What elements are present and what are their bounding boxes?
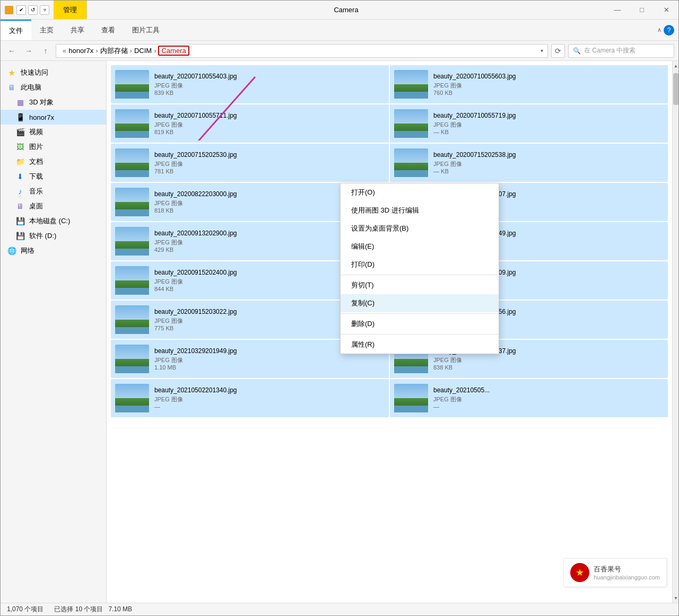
file-thumb-8 (115, 227, 149, 256)
file-thumb-4 (115, 148, 149, 177)
sidebar-item-documents[interactable]: 📁 文档 (1, 154, 106, 169)
network-icon: 🌐 (7, 246, 16, 256)
file-item-16[interactable]: beauty_20210502201340.jpg JPEG 图像 — (111, 379, 389, 417)
file-thumb-0 (115, 70, 149, 99)
file-info-0: beauty_20200710055403.jpg JPEG 图像 839 KB (154, 73, 385, 96)
sidebar-item-3d[interactable]: ▦ 3D 对象 (1, 95, 106, 110)
disk-d-icon: 💾 (15, 231, 25, 241)
addressbar: ← → ↑ « honor7x › 内部存储 › DCIM › Camera ▾… (1, 41, 678, 61)
file-name-5: beauty_20200715202538.jpg (433, 151, 664, 160)
sidebar-item-video[interactable]: 🎬 视频 (1, 125, 106, 139)
sidebar-item-downloads[interactable]: ⬇ 下载 (1, 169, 106, 184)
ribbon: 文件 主页 共享 查看 图片工具 ∧ ? (1, 20, 678, 41)
close-button[interactable]: ✕ (654, 1, 678, 20)
file-item-4[interactable]: beauty_20200715202530.jpg JPEG 图像 781 KB (111, 144, 389, 182)
manage-tab[interactable]: 管理 (54, 1, 87, 19)
sidebar-item-this-pc[interactable]: 🖥 此电脑 (1, 80, 106, 95)
file-item-17[interactable]: beauty_20210505... JPEG 图像 — (390, 379, 668, 417)
qs-save-btn[interactable]: ✔ (16, 5, 26, 15)
download-icon: ⬇ (15, 172, 25, 181)
file-type-16: JPEG 图像 (154, 395, 385, 403)
ctx-edit-3d[interactable]: 使用画图 3D 进行编辑 (341, 201, 499, 219)
ribbon-expand-icon[interactable]: ∧ (657, 27, 661, 33)
ctx-print[interactable]: 打印(D) (341, 256, 499, 274)
help-icon[interactable]: ? (664, 25, 674, 36)
file-name-16: beauty_20210502201340.jpg (154, 386, 385, 395)
music-icon: ♪ (15, 187, 25, 196)
main-content: ★ 快速访问 🖥 此电脑 ▦ 3D 对象 📱 honor7x 🎬 视频 🖼 (1, 61, 678, 603)
sidebar-item-pictures[interactable]: 🖼 图片 (1, 139, 106, 154)
file-item-1[interactable]: beauty_20200710055603.jpg JPEG 图像 760 KB (390, 65, 668, 103)
ctx-edit[interactable]: 编辑(E) (341, 237, 499, 256)
scroll-down-arrow[interactable]: ▼ (673, 593, 678, 603)
back-button[interactable]: ← (5, 44, 19, 58)
file-type-2: JPEG 图像 (154, 121, 385, 129)
file-item-5[interactable]: beauty_20200715202538.jpg JPEG 图像 — KB (390, 144, 668, 182)
file-size-2: 819 KB (154, 129, 385, 135)
file-item-0[interactable]: beauty_20200710055403.jpg JPEG 图像 839 KB (111, 65, 389, 103)
refresh-button[interactable]: ⟳ (551, 44, 565, 58)
watermark-info: 百香果号 huangjinbaixiangguo.com (594, 565, 660, 580)
file-thumb-1 (394, 70, 428, 99)
file-info-4: beauty_20200715202530.jpg JPEG 图像 781 KB (154, 151, 385, 175)
sidebar-item-software-d[interactable]: 💾 软件 (D:) (1, 228, 106, 243)
sidebar-label-this-pc: 此电脑 (21, 83, 41, 92)
scroll-track[interactable] (673, 71, 678, 593)
file-info-17: beauty_20210505... JPEG 图像 — (433, 386, 664, 410)
tab-home[interactable]: 主页 (31, 20, 62, 40)
sidebar-item-local-c[interactable]: 💾 本地磁盘 (C:) (1, 214, 106, 228)
picture-tools-tab[interactable]: 图片工具 (124, 25, 168, 35)
ctx-cut[interactable]: 剪切(T) (341, 276, 499, 294)
ctx-open[interactable]: 打开(O) (341, 183, 499, 201)
scroll-thumb[interactable] (673, 73, 678, 105)
sidebar-label-software-d: 软件 (D:) (29, 231, 56, 241)
sidebar-label-documents: 文档 (29, 157, 43, 166)
address-path[interactable]: « honor7x › 内部存储 › DCIM › Camera ▾ (56, 44, 548, 58)
ctx-copy[interactable]: 复制(C) (341, 294, 499, 312)
tab-share[interactable]: 共享 (62, 20, 93, 40)
path-dcim[interactable]: DCIM (134, 47, 152, 55)
file-item-2[interactable]: beauty_20200710055711.jpg JPEG 图像 819 KB (111, 104, 389, 143)
phone-icon: 📱 (15, 112, 25, 122)
context-menu: 打开(O) 使用画图 3D 进行编辑 设置为桌面背景(B) 编辑(E) 打印(D… (340, 183, 499, 354)
sidebar-label-downloads: 下载 (29, 172, 43, 181)
file-type-14: JPEG 图像 (154, 356, 385, 364)
file-thumb-17 (394, 384, 428, 412)
sidebar-item-honor7x[interactable]: 📱 honor7x (1, 110, 106, 125)
minimize-button[interactable]: — (605, 1, 630, 20)
ctx-sep-3 (341, 334, 499, 335)
qs-undo-btn[interactable]: ↺ (28, 5, 38, 15)
qs-redo-btn[interactable]: ▿ (40, 5, 49, 15)
file-info-16: beauty_20210502201340.jpg JPEG 图像 — (154, 386, 385, 410)
ctx-delete[interactable]: 删除(D) (341, 315, 499, 333)
sidebar-item-music[interactable]: ♪ 音乐 (1, 184, 106, 199)
path-dropdown-icon[interactable]: ▾ (541, 48, 543, 54)
sidebar-item-network[interactable]: 🌐 网络 (1, 243, 106, 258)
quick-access-toolbar: ✔ ↺ ▿ (16, 5, 49, 15)
sidebar-label-local-c: 本地磁盘 (C:) (29, 216, 70, 226)
search-box[interactable]: 🔍 在 Camera 中搜索 (568, 44, 674, 58)
path-storage[interactable]: 内部存储 (100, 46, 128, 56)
sidebar-label-network: 网络 (21, 246, 34, 256)
scroll-up-arrow[interactable]: ▲ (673, 61, 678, 71)
sidebar-item-desktop[interactable]: 🖥 桌面 (1, 199, 106, 214)
sidebar-item-quick-access[interactable]: ★ 快速访问 (1, 65, 106, 80)
path-camera[interactable]: Camera (158, 46, 189, 56)
sidebar-label-video: 视频 (29, 127, 43, 137)
ctx-set-bg[interactable]: 设置为桌面背景(B) (341, 219, 499, 237)
tab-file[interactable]: 文件 (1, 20, 31, 40)
file-item-3[interactable]: beauty_20200710055719.jpg JPEG 图像 — KB (390, 104, 668, 143)
watermark: ★ 百香果号 huangjinbaixiangguo.com (563, 558, 667, 587)
window-controls: — □ ✕ (605, 1, 678, 19)
path-honor7x[interactable]: honor7x (68, 47, 93, 55)
sidebar-label-quick-access: 快速访问 (21, 68, 48, 77)
file-thumb-10 (115, 266, 149, 295)
forward-button[interactable]: → (22, 44, 36, 58)
tab-view[interactable]: 查看 (93, 20, 124, 40)
up-button[interactable]: ↑ (39, 44, 53, 58)
ctx-properties[interactable]: 属性(R) (341, 336, 499, 354)
file-area: beauty_20200710055403.jpg JPEG 图像 839 KB… (107, 61, 672, 603)
file-name-3: beauty_20200710055719.jpg (433, 112, 664, 120)
maximize-button[interactable]: □ (630, 1, 654, 20)
scrollbar[interactable]: ▲ ▼ (672, 61, 678, 603)
